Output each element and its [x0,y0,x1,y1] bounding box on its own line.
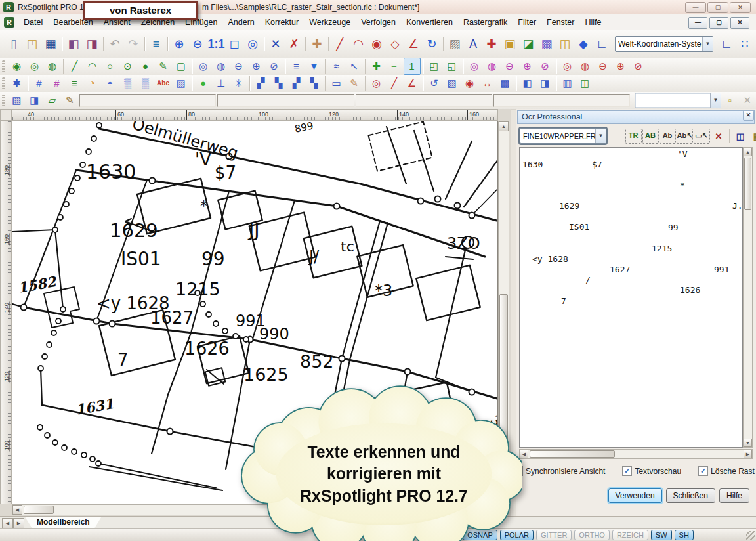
ocr-text-j[interactable]: J. [732,201,743,211]
ocr-text-1626[interactable]: 1626 [680,285,700,295]
pan-icon[interactable]: ✚ [308,33,326,54]
resize-grip[interactable] [746,531,755,540]
tab-scroll-left-icon[interactable]: ◀ [2,518,13,529]
draw-polyline-icon[interactable]: ∠ [405,33,423,54]
filter-icon[interactable]: ▼ [306,58,323,75]
image-frame-icon[interactable]: ▣ [501,33,519,54]
horizontal-scroll-thumb[interactable] [530,450,615,458]
undo-icon[interactable]: ↶ [106,33,124,54]
ocr-text-1215[interactable]: 1215 [652,244,672,253]
scan-icon[interactable]: ◧ [65,33,83,54]
ocr-select-region-icon[interactable]: ▭↖ [694,129,710,144]
scroll-right-icon[interactable]: ▶ [744,450,752,458]
scroll-down-icon[interactable]: ▼ [744,439,752,447]
status-toggle-sh[interactable]: SH [675,530,694,540]
zoom-out-icon[interactable]: ⊖ [189,33,207,54]
ocr-delete-icon[interactable]: ✕ [711,129,727,144]
rotate-icon[interactable]: ↻ [423,33,441,54]
toolbar-grip[interactable] [2,95,5,106]
raster-add-icon[interactable]: ⊕ [612,58,629,75]
open-file-icon[interactable]: ◰ [24,33,41,54]
wizard-icon[interactable]: ✱ [9,75,26,92]
frame-icon[interactable]: ▭ [328,75,345,92]
check-lösche-raster[interactable]: ✓Lösche Raster [698,466,755,476]
ocr-text-7[interactable]: $7 [592,160,602,169]
print-scan-icon[interactable]: ◨ [83,33,101,54]
mdi-close-button[interactable]: ✕ [730,17,749,29]
ocr-recognize-pick-icon[interactable]: Ab↖ [677,129,693,144]
window-minimize-button[interactable]: — [685,2,706,13]
pick-brush-icon[interactable]: ✎ [155,58,172,75]
chevron-down-icon[interactable]: ▼ [702,37,713,51]
add-select-icon[interactable]: ⊕ [248,58,265,75]
scroll-left-icon[interactable]: ◀ [12,505,22,515]
page-next-icon[interactable]: ◱ [444,58,461,75]
image-green-icon[interactable]: ◪ [520,33,537,54]
raster-window-icon[interactable]: ◎ [559,58,576,75]
layer-overlay-icon[interactable]: ▧ [8,92,25,109]
selection-list-icon[interactable]: ≡ [288,58,305,75]
window-select-icon[interactable]: ◎ [195,58,212,75]
pick-blob-icon[interactable]: ● [137,58,154,75]
redo-icon[interactable]: ↷ [125,33,142,54]
ocr-recognize-word-icon[interactable]: Ab [660,129,676,144]
subtract-mode-icon[interactable]: − [386,58,403,75]
menu-verfolgen[interactable]: Verfolgen [356,16,401,29]
ocr-text-991[interactable]: 991 [714,265,729,274]
blob-icon[interactable]: ▩ [497,75,514,92]
menu-datei[interactable]: Datei [18,16,48,29]
ocr-text-1630[interactable]: 1630 [522,160,543,169]
menu-werkzeuge[interactable]: Werkzeuge [304,16,356,29]
segment-icon[interactable]: ╱ [386,75,403,92]
select-raster-icon[interactable]: ◉ [9,58,26,75]
pick-line-icon[interactable]: ╱ [66,58,83,75]
ocr-text-7[interactable]: 7 [561,296,566,306]
vector-add-icon[interactable]: ⊕ [519,58,536,75]
vertical-scroll-thumb[interactable] [744,158,751,210]
coordinate-system-combo[interactable]: Welt-Koordinaten-System ▼ [615,36,713,52]
status-toggle-gitter[interactable]: GITTER [536,530,572,540]
single-mode-icon[interactable]: 1 [404,58,421,75]
export-table-icon[interactable]: ◫ [577,75,594,92]
status-toggle-ortho[interactable]: ORTHO [574,530,610,540]
hand-edit-icon[interactable]: ✎ [346,75,363,92]
pick-arc-icon[interactable]: ◠ [84,58,101,75]
window-restore-button[interactable]: ▢ [707,2,728,13]
picture-icon[interactable]: ▩ [538,33,556,54]
book-view-icon[interactable]: ◨ [26,92,43,109]
legend-icon[interactable]: ≡ [66,75,83,92]
raster-fence-icon[interactable]: ⊘ [630,58,647,75]
draw-diamond-icon[interactable]: ◇ [387,33,404,54]
abc-recognition-icon[interactable]: Abc [155,75,172,92]
crop-two-icon[interactable]: ▚ [270,75,287,92]
ocr-horizontal-scrollbar[interactable]: ◀ ▶ [519,449,753,459]
window-close-button[interactable]: ✕ [730,2,751,13]
poly-select-icon[interactable]: ◍ [213,58,230,75]
edit-page-icon[interactable]: ✎ [61,92,78,109]
menu-fenster[interactable]: Fenster [541,16,579,29]
zoom-window-icon[interactable]: ◻ [226,33,243,54]
menu-hilfe[interactable]: Hilfe [579,16,606,29]
check-synchronisiere-ansicht[interactable]: Synchronisiere Ansicht [513,466,605,476]
hatch-icon[interactable]: ▨ [446,33,464,54]
ocr-text-preview[interactable]: 'V1630$7*1629J.IS01991215<y 16281627991/… [519,147,743,448]
text-icon[interactable]: A [465,33,482,54]
database-icon[interactable]: ◓ [102,75,119,92]
raster-subtract-icon[interactable]: ⊖ [595,58,612,75]
ocr-recognize-icon[interactable]: AB [642,129,659,144]
raster-cut-icon[interactable]: ✗ [285,33,303,54]
check-textvorschau[interactable]: ✓Textvorschau [622,466,681,476]
vector-subtract-icon[interactable]: ⊖ [501,58,518,75]
ocr-text-y-1628[interactable]: <y 1628 [532,254,568,264]
ocr-text-v[interactable]: 'V [677,149,688,159]
toolbar-grip[interactable] [2,77,5,89]
zoom-raster-icon[interactable]: ◎ [26,58,43,75]
property-field-4[interactable] [494,94,630,107]
checkbox-lösche-raster[interactable]: ✓ [698,466,708,476]
draw-arc-icon[interactable]: ◠ [350,33,368,54]
checkbox-textvorschau[interactable]: ✓ [622,466,632,476]
page-prev-icon[interactable]: ◰ [426,58,443,75]
grid-adjust-icon[interactable]: # [31,75,48,92]
target-icon[interactable]: ◎ [368,75,385,92]
save-file-icon[interactable]: ▦ [42,33,60,54]
